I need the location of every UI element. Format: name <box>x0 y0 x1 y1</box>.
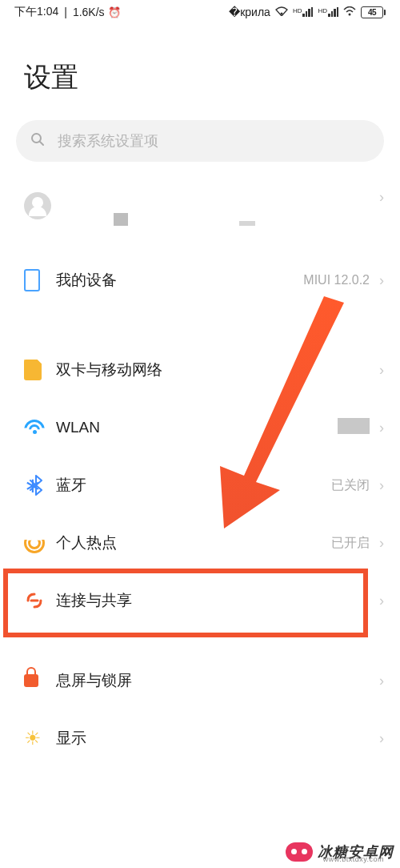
status-time: 下午1:04 <box>14 5 58 19</box>
status-net-speed: 1.6K/s <box>73 6 105 18</box>
status-left: 下午1:04 | 1.6K/s ⏰ <box>14 5 121 19</box>
status-right: �крила HD HD 45 <box>229 6 386 18</box>
battery-indicator: 45 <box>361 6 386 18</box>
sim-icon <box>24 360 56 380</box>
my-device-value: MIUI 12.0.2 <box>303 273 370 287</box>
avatar-icon <box>24 189 56 219</box>
lockscreen-row[interactable]: 息屏与锁屏 › <box>0 652 400 709</box>
page-title: 设置 <box>0 21 400 112</box>
svg-line-3 <box>40 142 43 145</box>
svg-point-1 <box>349 14 351 16</box>
chevron-right-icon: › <box>379 673 384 689</box>
search-placeholder: 搜索系统设置项 <box>58 131 158 151</box>
search-input[interactable]: 搜索系统设置项 <box>16 120 384 162</box>
chevron-right-icon: › <box>379 272 384 289</box>
battery-pct: 45 <box>368 8 376 17</box>
wifi-icon: �крила <box>229 6 270 18</box>
bluetooth-label: 蓝牙 <box>56 475 331 496</box>
bluetooth-icon: ∗ <box>24 473 56 498</box>
sun-icon: ☀ <box>24 727 56 749</box>
chevron-right-icon: › <box>379 730 384 747</box>
bluetooth-row[interactable]: ∗ 蓝牙 已关闭 › <box>0 456 400 514</box>
watermark-logo-icon <box>286 842 313 862</box>
chevron-right-icon: › <box>379 535 384 552</box>
device-icon <box>24 269 56 291</box>
svg-point-0 <box>280 13 282 15</box>
hotspot-icon <box>24 532 56 553</box>
wifi-icon <box>24 420 56 436</box>
sim-row[interactable]: 双卡与移动网络 › <box>0 341 400 399</box>
display-row[interactable]: ☀ 显示 › <box>0 709 400 767</box>
wlan-value <box>338 418 370 437</box>
account-row[interactable]: › <box>0 184 400 251</box>
sim1-indicator: HD <box>293 7 314 17</box>
annotation-highlight <box>3 569 368 637</box>
alarm-icon: ⏰ <box>108 6 121 18</box>
lock-icon <box>24 674 56 687</box>
redacted-block <box>239 221 255 226</box>
wlan-label: WLAN <box>56 419 338 436</box>
status-bar: 下午1:04 | 1.6K/s ⏰ �крила HD HD 45 <box>0 0 400 21</box>
hotspot-value: 已开启 <box>331 535 370 552</box>
wifi-icon <box>275 6 288 18</box>
chevron-right-icon: › <box>379 362 384 379</box>
status-divider: | <box>64 6 67 18</box>
chevron-right-icon: › <box>379 593 384 609</box>
hotspot-label: 个人热点 <box>56 532 331 553</box>
wifi-icon-2 <box>343 6 356 18</box>
my-device-row[interactable]: 我的设备 MIUI 12.0.2 › <box>0 251 400 309</box>
chevron-right-icon: › <box>379 420 384 436</box>
watermark: 冰糖安卓网 www.btxtdxy.com <box>286 842 394 862</box>
wlan-row[interactable]: WLAN › <box>0 399 400 456</box>
sim-label: 双卡与移动网络 <box>56 360 379 380</box>
chevron-right-icon: › <box>379 189 384 206</box>
my-device-label: 我的设备 <box>56 270 303 291</box>
search-icon <box>30 132 45 151</box>
chevron-right-icon: › <box>379 477 384 494</box>
sim2-indicator: HD <box>318 7 338 17</box>
bluetooth-value: 已关闭 <box>331 477 370 494</box>
hotspot-row[interactable]: 个人热点 已开启 › <box>0 514 400 572</box>
redacted-block <box>114 213 128 226</box>
watermark-url: www.btxtdxy.com <box>323 855 384 863</box>
lockscreen-label: 息屏与锁屏 <box>56 670 379 691</box>
display-label: 显示 <box>56 728 379 749</box>
